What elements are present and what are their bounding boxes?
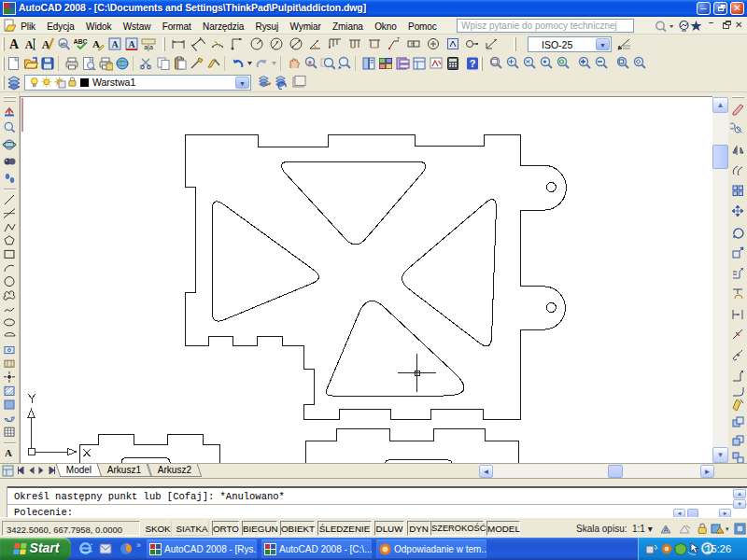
svg-text:ab: ab xyxy=(60,41,66,47)
svg-text:A: A xyxy=(664,526,669,533)
svg-text:H: H xyxy=(411,41,415,47)
svg-text:a|a: a|a xyxy=(144,44,153,51)
svg-text:T: T xyxy=(397,36,400,42)
svg-text:±: ± xyxy=(308,59,312,65)
svg-text:A: A xyxy=(9,37,20,51)
svg-text:A: A xyxy=(5,447,12,458)
svg-text:A: A xyxy=(111,39,119,49)
svg-text:A: A xyxy=(128,39,135,49)
svg-text:A: A xyxy=(25,38,34,51)
svg-text:A: A xyxy=(92,38,100,49)
